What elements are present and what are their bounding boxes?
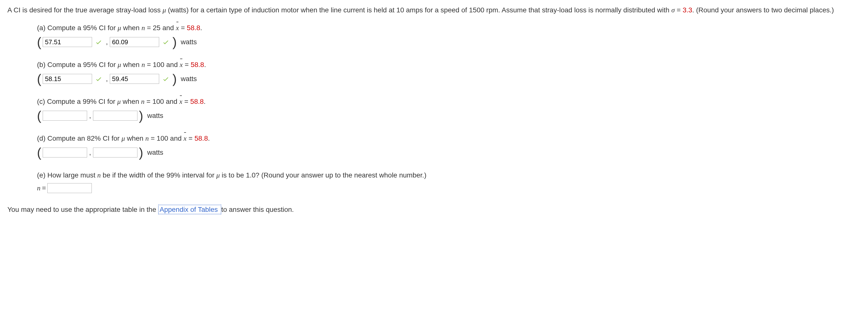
n-eq-b: = 100 and bbox=[145, 61, 180, 68]
part-a-when: when bbox=[121, 24, 142, 32]
part-c-answer: ( , ) watts bbox=[37, 109, 861, 122]
intro-text-2: (watts) for a certain type of induction … bbox=[166, 6, 671, 14]
part-b-prompt: (b) Compute a 95% CI for μ when n = 100 … bbox=[37, 60, 861, 70]
part-c-when: when bbox=[121, 98, 141, 105]
part-e-answer: n = bbox=[37, 183, 861, 193]
part-b-upper-input[interactable] bbox=[110, 74, 159, 84]
mu-symbol-d: μ bbox=[121, 135, 125, 142]
part-d-when: when bbox=[125, 135, 145, 142]
mu-symbol-c: μ bbox=[117, 98, 121, 105]
part-b-label: (b) Compute a 95% CI for bbox=[37, 61, 118, 68]
period-a: . bbox=[200, 24, 202, 32]
left-paren-b: ( bbox=[37, 73, 41, 85]
x-val-d: 58.8 bbox=[194, 135, 208, 142]
part-a-answer: ( , ) watts bbox=[37, 35, 861, 49]
n-var-d: n bbox=[145, 135, 149, 142]
xbar-c: x bbox=[179, 97, 182, 107]
part-e-rest: be if the width of the 99% interval for bbox=[101, 171, 216, 179]
check-icon bbox=[95, 75, 102, 83]
comma-c: , bbox=[89, 110, 91, 121]
n-eq-e: n bbox=[37, 183, 40, 193]
part-d-prompt: (d) Compute an 82% CI for μ when n = 100… bbox=[37, 133, 861, 144]
part-e-label: (e) How large must bbox=[37, 171, 97, 179]
n-var-e: n bbox=[97, 171, 101, 179]
part-a-upper-input[interactable] bbox=[110, 37, 159, 47]
part-c-upper-input[interactable] bbox=[93, 111, 137, 121]
left-paren-d: ( bbox=[37, 146, 41, 159]
check-icon bbox=[162, 75, 169, 83]
x-val-a: 58.8 bbox=[187, 24, 200, 32]
xbar-a: x bbox=[176, 23, 179, 33]
xbar-d: x bbox=[184, 133, 187, 144]
intro-text-1: A CI is desired for the true average str… bbox=[7, 6, 163, 14]
comma-a: , bbox=[106, 37, 108, 47]
left-paren-a: ( bbox=[37, 35, 41, 49]
mu-symbol: μ bbox=[163, 6, 166, 14]
part-e-prompt: (e) How large must n be if the width of … bbox=[37, 170, 861, 181]
x-eq-b: = bbox=[183, 61, 191, 68]
part-c: (c) Compute a 99% CI for μ when n = 100 … bbox=[37, 97, 861, 122]
n-var-b: n bbox=[142, 61, 145, 68]
footer-note: You may need to use the appropriate tabl… bbox=[7, 204, 861, 215]
part-d-answer: ( , ) watts bbox=[37, 146, 861, 159]
period-c: . bbox=[204, 98, 206, 105]
x-eq-d: = bbox=[187, 135, 194, 142]
n-var-a: n bbox=[142, 24, 145, 32]
unit-a: watts bbox=[181, 37, 197, 47]
x-eq-c: = bbox=[182, 98, 190, 105]
appendix-link-text: Appendix of Tables bbox=[160, 206, 220, 213]
part-b-answer: ( , ) watts bbox=[37, 73, 861, 85]
eq-sign-e: = bbox=[42, 183, 46, 193]
right-paren-a: ) bbox=[173, 35, 177, 49]
xbar-b: x bbox=[180, 60, 183, 70]
comma-b: , bbox=[106, 74, 108, 84]
part-e-rest2: is to be 1.0? (Round your answer up to t… bbox=[220, 171, 426, 179]
sigma-symbol: σ bbox=[671, 6, 675, 14]
part-a-lower-input[interactable] bbox=[43, 37, 92, 47]
mu-symbol-b: μ bbox=[118, 61, 121, 68]
x-val-b: 58.8 bbox=[191, 61, 204, 68]
x-eq-a: = bbox=[179, 24, 187, 32]
n-var-c: n bbox=[141, 98, 145, 105]
mu-symbol-e: μ bbox=[216, 171, 220, 179]
part-a-prompt: (a) Compute a 95% CI for μ when n = 25 a… bbox=[37, 23, 861, 33]
footer-text-1: You may need to use the appropriate tabl… bbox=[7, 206, 158, 213]
part-b: (b) Compute a 95% CI for μ when n = 100 … bbox=[37, 60, 861, 85]
part-e: (e) How large must n be if the width of … bbox=[37, 170, 861, 193]
left-paren-c: ( bbox=[37, 109, 41, 122]
part-a: (a) Compute a 95% CI for μ when n = 25 a… bbox=[37, 23, 861, 49]
part-d-lower-input[interactable] bbox=[43, 147, 87, 158]
intro-eq: = bbox=[675, 6, 683, 14]
problem-intro: A CI is desired for the true average str… bbox=[7, 5, 861, 15]
sigma-value: 3.3 bbox=[683, 6, 692, 14]
mu-symbol-a: μ bbox=[118, 24, 121, 32]
part-b-lower-input[interactable] bbox=[43, 74, 92, 84]
part-d-label: (d) Compute an 82% CI for bbox=[37, 135, 121, 142]
unit-d: watts bbox=[147, 147, 163, 158]
check-icon bbox=[95, 38, 102, 46]
check-icon bbox=[162, 38, 169, 46]
right-paren-d: ) bbox=[139, 146, 143, 159]
n-eq-a: = 25 and bbox=[145, 24, 176, 32]
part-d: (d) Compute an 82% CI for μ when n = 100… bbox=[37, 133, 861, 159]
part-c-label: (c) Compute a 99% CI for bbox=[37, 98, 117, 105]
intro-text-3: . (Round your answers to two decimal pla… bbox=[692, 6, 834, 14]
right-paren-c: ) bbox=[139, 109, 143, 122]
part-e-input[interactable] bbox=[48, 183, 92, 193]
part-a-label: (a) Compute a 95% CI for bbox=[37, 24, 118, 32]
appendix-link[interactable]: Appendix of Tables bbox=[158, 205, 221, 214]
unit-c: watts bbox=[147, 110, 163, 121]
period-b: . bbox=[204, 61, 206, 68]
footer-text-2: to answer this question. bbox=[221, 206, 294, 213]
part-c-prompt: (c) Compute a 99% CI for μ when n = 100 … bbox=[37, 97, 861, 107]
part-d-upper-input[interactable] bbox=[93, 147, 137, 158]
x-val-c: 58.8 bbox=[190, 98, 204, 105]
period-d: . bbox=[208, 135, 210, 142]
n-eq-c: = 100 and bbox=[145, 98, 179, 105]
part-b-when: when bbox=[121, 61, 142, 68]
n-eq-d: = 100 and bbox=[149, 135, 184, 142]
unit-b: watts bbox=[181, 74, 197, 84]
part-c-lower-input[interactable] bbox=[43, 111, 87, 121]
comma-d: , bbox=[89, 147, 91, 158]
right-paren-b: ) bbox=[173, 73, 177, 85]
